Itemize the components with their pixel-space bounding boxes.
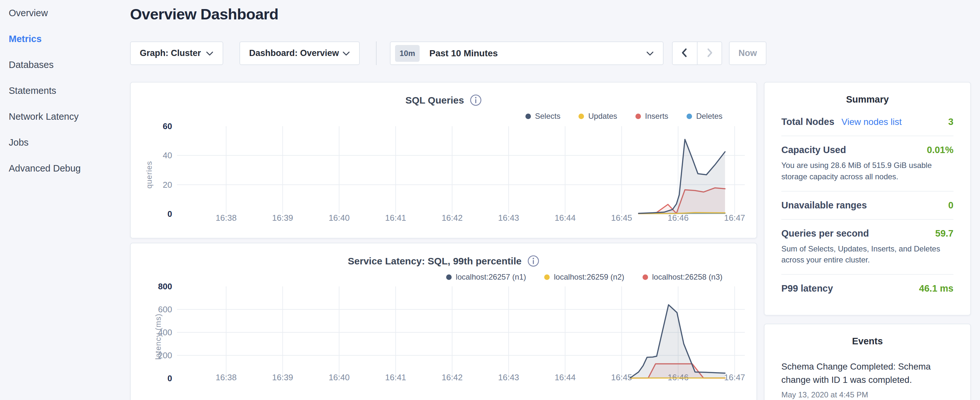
chevron-left-icon [680, 48, 689, 59]
y-axis-unit-label: queries [145, 161, 154, 189]
svg-text:40: 40 [163, 150, 172, 160]
stat-capacity-used: Capacity Used 0.01% You are using 28.6 M… [781, 135, 953, 191]
svg-text:16:47: 16:47 [724, 373, 745, 382]
svg-text:16:38: 16:38 [215, 213, 237, 223]
legend-dot-icon [525, 113, 531, 119]
svg-text:16:44: 16:44 [555, 373, 576, 382]
legend-item[interactable]: localhost:26259 (n2) [544, 273, 624, 282]
controls-bar: Graph: Cluster Dashboard: Overview 10m P… [130, 41, 757, 65]
time-step-buttons [672, 41, 722, 65]
sidebar-item-databases[interactable]: Databases [0, 52, 130, 78]
legend-dot-icon [579, 113, 584, 119]
svg-text:16:46: 16:46 [667, 213, 689, 223]
legend-dot-icon [643, 274, 648, 280]
sidebar-item-network-latency[interactable]: Network Latency [0, 104, 130, 129]
svg-text:16:40: 16:40 [329, 213, 350, 223]
time-prev-button[interactable] [673, 42, 698, 64]
event-text: Schema Change Completed: Schema change w… [781, 360, 953, 386]
graph-select[interactable]: Graph: Cluster [130, 41, 223, 65]
svg-text:16:43: 16:43 [498, 213, 519, 223]
svg-text:16:42: 16:42 [442, 213, 463, 223]
chart-plot[interactable]: 16:3816:3916:4016:4116:4216:4316:4416:45… [131, 280, 758, 392]
legend-item[interactable]: localhost:26257 (n1) [446, 273, 526, 282]
svg-text:16:42: 16:42 [442, 373, 463, 382]
sidebar-item-jobs[interactable]: Jobs [0, 129, 130, 155]
legend-dot-icon [635, 113, 641, 119]
chart-title: SQL Queries [406, 95, 464, 106]
stat-title: Total Nodes [781, 116, 834, 127]
app-root: Overview Metrics Databases Statements Ne… [0, 0, 980, 400]
now-button[interactable]: Now [729, 41, 767, 65]
svg-text:60: 60 [163, 121, 172, 131]
time-range-badge: 10m [395, 45, 420, 62]
view-nodes-list-link[interactable]: View nodes list [842, 117, 902, 127]
summary-heading: Summary [781, 94, 953, 105]
stat-value: 0 [948, 200, 953, 211]
svg-text:16:39: 16:39 [272, 213, 293, 223]
legend-dot-icon [446, 274, 452, 280]
chevron-down-icon [342, 48, 350, 58]
stat-title: P99 latency [781, 283, 833, 294]
stat-value: 59.7 [935, 228, 953, 239]
chart-plot[interactable]: 16:3816:3916:4016:4116:4216:4316:4416:45… [131, 119, 758, 230]
svg-text:16:45: 16:45 [611, 373, 632, 382]
svg-text:16:47: 16:47 [724, 213, 745, 223]
svg-text:800: 800 [158, 282, 172, 291]
svg-text:0: 0 [168, 209, 172, 219]
service-latency-chart-card: Service Latency: SQL, 99th percentile lo… [130, 243, 757, 400]
chevron-down-icon [646, 48, 654, 58]
stat-unavailable-ranges: Unavailable ranges 0 [781, 191, 953, 219]
stat-title: Queries per second [781, 228, 869, 239]
stat-value: 0.01% [927, 145, 953, 155]
stat-description: Sum of Selects, Updates, Inserts, and De… [781, 243, 953, 266]
sidebar-item-advanced-debug[interactable]: Advanced Debug [0, 155, 130, 181]
summary-panel: Summary Total Nodes View nodes list 3 Ca… [764, 82, 971, 316]
stat-total-nodes: Total Nodes View nodes list 3 [781, 108, 953, 135]
graph-select-label: Graph: Cluster [140, 48, 201, 58]
sql-queries-chart-card: SQL Queries SelectsUpdatesInsertsDeletes… [130, 82, 757, 239]
info-icon[interactable] [470, 94, 482, 106]
stat-value: 46.1 ms [919, 283, 953, 294]
svg-text:16:43: 16:43 [498, 373, 519, 382]
dashboard-select[interactable]: Dashboard: Overview [239, 41, 360, 65]
main-content: Overview Dashboard Graph: Cluster Dashbo… [130, 0, 757, 400]
stat-queries-per-second: Queries per second 59.7 Sum of Selects, … [781, 219, 953, 274]
chevron-down-icon [206, 48, 213, 58]
svg-text:20: 20 [163, 180, 172, 190]
stat-p99-latency: P99 latency 46.1 ms [781, 274, 953, 302]
chart-title: Service Latency: SQL, 99th percentile [348, 256, 522, 267]
stat-description: You are using 28.6 MiB of 515.9 GiB usab… [781, 160, 953, 183]
sidebar-item-statements[interactable]: Statements [0, 78, 130, 104]
dashboard-select-label: Dashboard: Overview [249, 48, 339, 58]
svg-text:600: 600 [158, 304, 172, 314]
svg-text:16:41: 16:41 [385, 213, 406, 223]
legend-dot-icon [687, 113, 692, 119]
stat-value: 3 [948, 116, 953, 127]
events-heading: Events [781, 336, 953, 347]
sidebar-item-overview[interactable]: Overview [0, 0, 130, 26]
legend-label: localhost:26258 (n3) [652, 273, 722, 282]
time-range-label: Past 10 Minutes [430, 48, 498, 59]
time-next-button[interactable] [698, 42, 722, 64]
controls-divider [376, 41, 377, 65]
time-range-select[interactable]: 10m Past 10 Minutes [390, 41, 663, 65]
sidebar: Overview Metrics Databases Statements Ne… [0, 0, 130, 400]
svg-text:16:44: 16:44 [555, 213, 576, 223]
event-timestamp: May 13, 2020 at 4:45 PM [781, 390, 953, 399]
svg-text:16:41: 16:41 [385, 373, 406, 382]
chart-legend: localhost:26257 (n1)localhost:26259 (n2)… [446, 273, 722, 282]
legend-label: localhost:26257 (n1) [456, 273, 526, 282]
events-panel: Events Schema Change Completed: Schema c… [764, 324, 971, 400]
legend-dot-icon [544, 274, 550, 280]
svg-text:16:38: 16:38 [215, 373, 237, 382]
event-item[interactable]: Schema Change Completed: Schema change w… [781, 360, 953, 399]
legend-item[interactable]: localhost:26258 (n3) [643, 273, 722, 282]
legend-label: localhost:26259 (n2) [554, 273, 624, 282]
page-title: Overview Dashboard [130, 5, 278, 23]
stat-title: Capacity Used [781, 145, 846, 155]
svg-text:16:40: 16:40 [329, 373, 350, 382]
y-axis-unit-label: latency (ms) [154, 313, 163, 360]
info-icon[interactable] [527, 255, 539, 267]
sidebar-item-metrics[interactable]: Metrics [0, 26, 130, 52]
svg-text:16:39: 16:39 [272, 373, 293, 382]
